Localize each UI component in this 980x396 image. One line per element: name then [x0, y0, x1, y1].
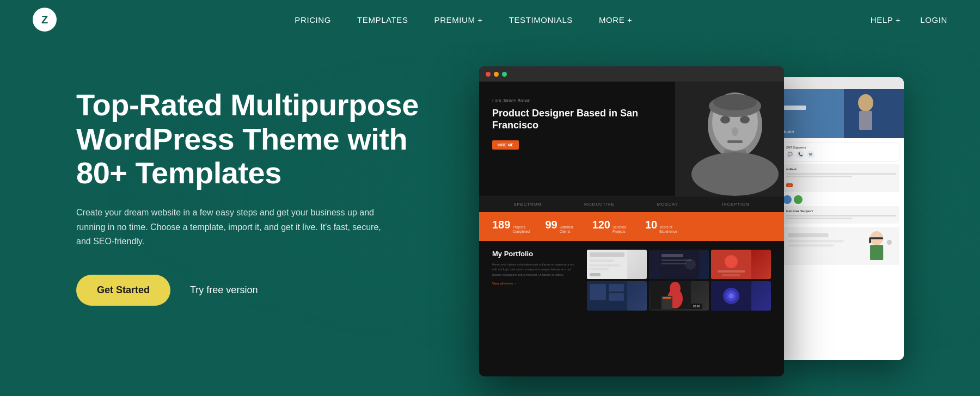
- portfolio-grid-item-5: 03:46: [649, 281, 709, 311]
- secondary-avatar-blue: [783, 195, 792, 204]
- face-illustration: [675, 82, 784, 196]
- portfolio-grid-img-2: [659, 250, 699, 279]
- support-icon-chat: 💬: [786, 151, 794, 158]
- portfolio-grid-img-6: [711, 281, 751, 311]
- hero-screenshots: I am James Brown Product Designer Based …: [446, 61, 904, 396]
- get-started-button[interactable]: Get Started: [76, 275, 170, 306]
- browser-dot-green: [502, 72, 507, 77]
- portfolio-hero: I am James Brown Product Designer Based …: [479, 82, 784, 196]
- svg-rect-44: [784, 106, 806, 110]
- portfolio-grid-item-1: [587, 250, 647, 279]
- svg-point-10: [713, 94, 757, 110]
- secondary-avatar-row: [783, 195, 899, 204]
- support-icons: 💬 📞 ✉: [786, 151, 896, 158]
- portfolio-description: Nemo enim ipsam voluptatem quia voluptas…: [492, 262, 579, 277]
- secondary-person-section: [783, 227, 899, 265]
- browser-content: I am James Brown Product Designer Based …: [479, 82, 784, 376]
- stat-label-projects: Projects Completed: [512, 225, 530, 234]
- secondary-line-2: [786, 176, 852, 177]
- secondary-line-3: [786, 215, 896, 216]
- browser-mockup-secondary: build 24/7 Supports 💬 📞 ✉ wdt: [779, 77, 904, 360]
- portfolio-grid-img-5: [651, 281, 691, 309]
- stat-label-years: Years of Experience: [659, 225, 677, 234]
- svg-point-42: [858, 94, 873, 112]
- secondary-build-label: build: [784, 130, 794, 134]
- secondary-support-section: 24/7 Supports 💬 📞 ✉: [783, 143, 899, 162]
- brand-moscat: MOSCAT.: [657, 202, 679, 207]
- support-icon-phone: 📞: [797, 151, 804, 158]
- secondary-browser-bar: [779, 77, 904, 89]
- svg-rect-18: [661, 254, 683, 257]
- svg-rect-43: [859, 111, 872, 130]
- portfolio-view-all-link[interactable]: View all works →: [492, 282, 579, 285]
- browser-dot-yellow: [494, 72, 499, 77]
- nav-item-pricing[interactable]: PRICING: [295, 15, 331, 24]
- portfolio-cta-button[interactable]: HIRE ME: [492, 140, 519, 150]
- svg-rect-24: [718, 270, 745, 273]
- stat-label-selected: Selected Projects: [612, 225, 630, 234]
- svg-point-3: [691, 152, 779, 196]
- nav-right-links: HELP + LOGIN: [871, 15, 947, 24]
- secondary-body: 24/7 Supports 💬 📞 ✉ wdtest •••: [779, 138, 904, 360]
- nav-item-help[interactable]: HELP +: [871, 15, 901, 24]
- svg-rect-13: [590, 259, 614, 262]
- stat-clients: 99 Satisfied Clients: [545, 219, 577, 234]
- svg-rect-46: [788, 233, 828, 237]
- secondary-line-4: [786, 218, 852, 219]
- svg-rect-41: [844, 89, 904, 138]
- hero-buttons: Get Started Try free version: [76, 275, 446, 306]
- svg-rect-34: [663, 297, 671, 299]
- nav-item-templates[interactable]: TEMPLATES: [357, 15, 408, 24]
- portfolio-section: My Portfolio Nemo enim ipsam voluptatem …: [479, 241, 784, 319]
- portfolio-section-title: My Portfolio: [492, 250, 579, 258]
- svg-point-23: [725, 255, 738, 268]
- hero-section: Top-Rated Multipurpose WordPress Theme w…: [0, 39, 980, 396]
- stat-num-selected: 120: [592, 219, 610, 231]
- brand-moductive: mODUCtive: [584, 202, 614, 207]
- browser-dot-red: [486, 72, 491, 77]
- portfolio-grid: 03:46: [587, 250, 771, 311]
- portfolio-text-col: My Portfolio Nemo enim ipsam voluptatem …: [492, 250, 579, 311]
- svg-rect-14: [590, 264, 620, 267]
- nav-item-login[interactable]: LOGIN: [920, 15, 947, 24]
- stat-selected: 120 Selected Projects: [592, 219, 630, 234]
- hero-content: Top-Rated Multipurpose WordPress Theme w…: [76, 61, 446, 306]
- svg-rect-28: [609, 284, 624, 292]
- navigation: Z PRICING TEMPLATES PREMIUM + TESTIMONIA…: [0, 0, 980, 39]
- portfolio-grid-item-4: [587, 281, 647, 311]
- portfolio-grid-item-2: [649, 250, 709, 279]
- nav-item-testimonials[interactable]: TESTIMONIALS: [509, 15, 573, 24]
- stat-num-projects: 189: [492, 219, 510, 231]
- nav-item-more[interactable]: MORE +: [599, 15, 633, 24]
- svg-point-6: [740, 116, 750, 123]
- svg-rect-12: [590, 252, 624, 257]
- secondary-avatar-green: [794, 195, 803, 204]
- secondary-line-1: [786, 173, 896, 175]
- secondary-card-2-title: Get Free Support: [786, 209, 896, 213]
- stat-years: 10 Years of Experience: [645, 219, 677, 234]
- svg-rect-48: [788, 244, 834, 247]
- svg-rect-47: [788, 240, 843, 243]
- nav-item-premium[interactable]: PREMIUM +: [434, 15, 483, 24]
- portfolio-hero-text: I am James Brown Product Designer Based …: [479, 82, 675, 196]
- portfolio-grid-img-3: [711, 250, 751, 279]
- support-title: 24/7 Supports: [786, 146, 896, 149]
- browser-bar: [479, 66, 784, 82]
- svg-rect-15: [590, 268, 609, 270]
- svg-point-7: [732, 127, 738, 136]
- nav-center-links: PRICING TEMPLATES PREMIUM + TESTIMONIALS…: [295, 15, 632, 24]
- svg-rect-25: [722, 274, 740, 276]
- stat-projects: 189 Projects Completed: [492, 219, 530, 234]
- portfolio-thumb-badge: 03:46: [691, 304, 702, 309]
- portfolio-grid-img-1: [587, 250, 627, 279]
- portfolio-name: I am James Brown: [492, 98, 662, 103]
- portfolio-job-title: Product Designer Based in San Francisco: [492, 108, 662, 131]
- stats-row: 189 Projects Completed 99 Satisfied Clie…: [479, 212, 784, 241]
- brand-spectrum: SPECTRUM: [513, 202, 541, 207]
- svg-point-5: [720, 116, 730, 123]
- screenshot-wrapper: I am James Brown Product Designer Based …: [479, 66, 893, 387]
- svg-rect-50: [870, 245, 883, 260]
- try-free-button[interactable]: Try free version: [190, 284, 258, 296]
- brand-logo[interactable]: Z: [33, 8, 57, 32]
- secondary-hero-svg: [779, 89, 904, 138]
